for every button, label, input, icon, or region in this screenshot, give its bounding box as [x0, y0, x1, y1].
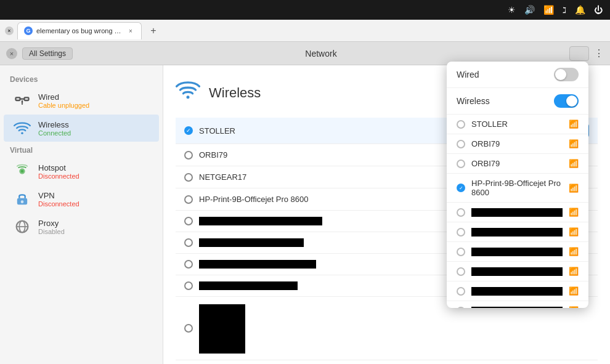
search-input[interactable]: [569, 46, 589, 61]
volume-icon[interactable]: 🔊: [524, 5, 535, 15]
dropdown-wired-label: Wired: [457, 70, 479, 79]
wireless-item-status: Connected: [38, 129, 71, 137]
vpn-icon: [12, 189, 32, 209]
dropdown-wifi-hidden1: 📶: [569, 208, 579, 217]
dropdown-network-hidden1[interactable]: 📶: [447, 203, 588, 222]
network-radio-netgear17: [184, 173, 193, 182]
wireless-item-text: Wireless Connected: [38, 120, 71, 137]
power-icon[interactable]: ⏻: [594, 5, 603, 15]
wireless-item-name: Wireless: [38, 120, 71, 129]
svg-point-4: [22, 103, 23, 105]
dropdown-wifi-stoller: 📶: [569, 119, 579, 129]
network-radio-hidden1: [184, 217, 193, 225]
svg-point-5: [21, 132, 23, 134]
dropdown-network-hidden3[interactable]: 📶: [447, 242, 588, 262]
content-title-text: Wireless: [209, 85, 261, 101]
brightness-icon[interactable]: ☀: [508, 5, 516, 15]
all-settings-button[interactable]: All Settings: [22, 47, 73, 60]
dropdown-wifi-orbi79-2: 📶: [569, 159, 579, 168]
dropdown-radio-hidden2: [457, 228, 465, 237]
dropdown-wireless-row: Wireless: [447, 88, 588, 115]
svg-point-9: [21, 200, 24, 203]
proxy-icon: [12, 217, 32, 237]
dropdown-network-hp-print[interactable]: HP-Print-9B-Officejet Pro 8600 📶: [447, 174, 588, 203]
dropdown-wifi-hp-print: 📶: [569, 184, 579, 193]
dropdown-scroll[interactable]: Wired Wireless STOLLER 📶 ORBI79 📶: [447, 62, 588, 308]
wired-item-status: Cable unplugged: [38, 102, 89, 109]
dropdown-network-name-orbi79-2: ORBI79: [471, 159, 563, 168]
hotspot-item-name: Hotspot: [38, 163, 79, 172]
dropdown-radio-orbi79-1: [457, 140, 465, 148]
wireless-icon-large: [176, 78, 200, 108]
wireless-sidebar-icon: [12, 118, 32, 138]
network-radio-orbi79: [184, 151, 193, 160]
dropdown-radio-stoller: [457, 120, 465, 129]
dropdown-wireless-toggle[interactable]: [554, 94, 579, 108]
dropdown-radio-hidden6: [457, 307, 465, 309]
sidebar-item-wired[interactable]: Wired Cable unplugged: [4, 87, 159, 114]
dropdown-radio-hidden3: [457, 248, 465, 256]
taskbar: ☀ 🔊 📶 ℷ 🔔 ⏻: [0, 0, 610, 20]
browser-tab[interactable]: G elementary os bug wrong wifi b... ×: [17, 22, 142, 39]
dropdown-name-hidden6: [471, 307, 563, 309]
wifi-icon[interactable]: 📶: [543, 5, 554, 15]
hotspot-icon: [12, 161, 32, 181]
tab-close-button[interactable]: ×: [126, 26, 135, 35]
dropdown-network-orbi79-1[interactable]: ORBI79 📶: [447, 134, 588, 154]
dropdown-wireless-label: Wireless: [457, 96, 490, 106]
dropdown-wifi-hidden6: 📶: [569, 306, 579, 308]
network-name-hidden1: [199, 217, 322, 225]
sidebar-section-virtual: Virtual: [0, 142, 163, 157]
network-radio-hidden5: [184, 324, 193, 333]
svg-rect-1: [25, 97, 29, 100]
sidebar-item-proxy[interactable]: Proxy Disabled: [4, 213, 159, 240]
network-name-hidden3: [199, 260, 316, 269]
browser-close-button[interactable]: ×: [5, 26, 14, 35]
sidebar: Devices Wired Cable unplugged: [0, 65, 163, 364]
svg-point-13: [187, 95, 190, 99]
dropdown-radio-hidden1: [457, 208, 465, 217]
dropdown-network-hidden2[interactable]: 📶: [447, 222, 588, 242]
dropdown-wifi-hidden4: 📶: [569, 267, 579, 276]
dropdown-name-hidden3: [471, 248, 563, 256]
network-dropdown-panel: Wired Wireless STOLLER 📶 ORBI79 📶: [447, 62, 588, 308]
notification-icon[interactable]: 🔔: [575, 5, 585, 15]
dropdown-name-hidden4: [471, 267, 563, 276]
sidebar-item-hotspot[interactable]: Hotspot Disconnected: [4, 158, 159, 185]
hotspot-item-text: Hotspot Disconnected: [38, 163, 79, 180]
vpn-item-text: VPN Disconnected: [38, 191, 79, 208]
network-name-hidden2: [199, 238, 304, 247]
dropdown-network-name-hp-print: HP-Print-9B-Officejet Pro 8600: [471, 179, 563, 197]
sidebar-item-wireless[interactable]: Wireless Connected: [4, 115, 159, 142]
toggle-wireless-knob: [566, 95, 577, 107]
proxy-item-text: Proxy Disabled: [38, 219, 65, 235]
wired-icon: [12, 91, 32, 110]
wired-item-text: Wired Cable unplugged: [38, 92, 89, 109]
dropdown-wifi-hidden3: 📶: [569, 247, 579, 256]
dropdown-wired-toggle[interactable]: [554, 68, 579, 81]
dropdown-network-hidden4[interactable]: 📶: [447, 262, 588, 281]
network-name-hidden5: [199, 304, 245, 354]
vpn-item-status: Disconnected: [38, 200, 79, 208]
vpn-item-name: VPN: [38, 191, 79, 200]
svg-rect-0: [16, 97, 20, 100]
dropdown-network-stoller[interactable]: STOLLER 📶: [447, 115, 588, 134]
dropdown-network-orbi79-2[interactable]: ORBI79 📶: [447, 154, 588, 174]
dropdown-network-hidden5[interactable]: 📶: [447, 281, 588, 301]
bluetooth-icon[interactable]: ℷ: [563, 6, 566, 15]
new-tab-button[interactable]: +: [145, 23, 161, 39]
hotspot-item-status: Disconnected: [38, 172, 79, 180]
header-title: Network: [78, 49, 564, 59]
dropdown-name-hidden2: [471, 228, 563, 237]
network-radio-hidden4: [184, 281, 193, 290]
sidebar-item-vpn[interactable]: VPN Disconnected: [4, 185, 159, 212]
dropdown-network-hidden6[interactable]: 📶: [447, 301, 588, 308]
network-name-hidden4: [199, 281, 298, 290]
dropdown-wifi-hidden2: 📶: [569, 227, 579, 237]
wired-item-name: Wired: [38, 92, 89, 102]
dropdown-name-hidden5: [471, 287, 563, 296]
toggle-wired-knob: [555, 69, 566, 80]
app-close-button[interactable]: ×: [6, 48, 17, 59]
header-menu-button[interactable]: ⋮: [594, 47, 604, 59]
dropdown-wired-row: Wired: [447, 62, 588, 88]
